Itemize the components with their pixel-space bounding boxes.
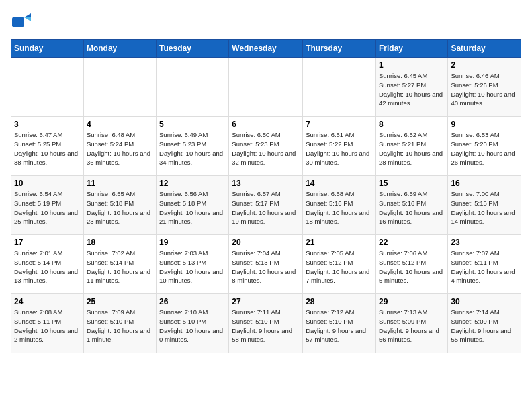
calendar-week-row: 24Sunrise: 7:08 AM Sunset: 5:11 PM Dayli… [11,294,521,353]
calendar-cell: 15Sunrise: 6:59 AM Sunset: 5:16 PM Dayli… [375,176,447,235]
day-info: Sunrise: 7:14 AM Sunset: 5:09 PM Dayligh… [451,308,518,345]
calendar-cell: 30Sunrise: 7:14 AM Sunset: 5:09 PM Dayli… [448,294,521,353]
day-number: 15 [379,179,445,188]
day-info: Sunrise: 7:02 AM Sunset: 5:14 PM Dayligh… [87,248,153,285]
calendar-cell [11,58,84,117]
svg-marker-2 [24,17,31,21]
calendar-cell: 18Sunrise: 7:02 AM Sunset: 5:14 PM Dayli… [83,235,156,294]
day-number: 6 [232,120,300,129]
day-number: 3 [14,120,81,129]
page: SundayMondayTuesdayWednesdayThursdayFrid… [0,0,532,364]
weekday-header-sunday: Sunday [11,40,84,58]
weekday-header-friday: Friday [375,40,447,58]
day-info: Sunrise: 7:09 AM Sunset: 5:10 PM Dayligh… [87,308,153,345]
calendar-cell: 20Sunrise: 7:04 AM Sunset: 5:13 PM Dayli… [229,235,303,294]
calendar-cell: 22Sunrise: 7:06 AM Sunset: 5:12 PM Dayli… [375,235,447,294]
day-number: 19 [159,238,226,247]
calendar-week-row: 17Sunrise: 7:01 AM Sunset: 5:14 PM Dayli… [11,235,521,294]
day-number: 16 [451,179,518,188]
day-number: 25 [87,297,153,306]
day-info: Sunrise: 6:59 AM Sunset: 5:16 PM Dayligh… [379,189,445,226]
svg-marker-1 [24,13,31,17]
day-number: 1 [379,60,445,70]
weekday-header-wednesday: Wednesday [229,40,303,58]
weekday-header-row: SundayMondayTuesdayWednesdayThursdayFrid… [11,40,521,58]
weekday-header-saturday: Saturday [448,40,521,58]
day-info: Sunrise: 6:46 AM Sunset: 5:26 PM Dayligh… [451,71,518,108]
day-info: Sunrise: 6:56 AM Sunset: 5:18 PM Dayligh… [159,189,226,226]
day-info: Sunrise: 6:57 AM Sunset: 5:17 PM Dayligh… [232,189,300,226]
day-info: Sunrise: 7:10 AM Sunset: 5:10 PM Dayligh… [159,308,226,345]
calendar-cell: 12Sunrise: 6:56 AM Sunset: 5:18 PM Dayli… [157,176,229,235]
day-number: 2 [451,60,518,70]
day-number: 26 [159,297,226,306]
day-info: Sunrise: 6:50 AM Sunset: 5:23 PM Dayligh… [232,130,300,167]
header [11,11,521,32]
calendar-week-row: 3Sunrise: 6:47 AM Sunset: 5:25 PM Daylig… [11,117,521,176]
calendar-cell: 24Sunrise: 7:08 AM Sunset: 5:11 PM Dayli… [11,294,84,353]
day-number: 9 [451,120,518,129]
calendar-cell: 5Sunrise: 6:49 AM Sunset: 5:23 PM Daylig… [157,117,229,176]
calendar-cell: 6Sunrise: 6:50 AM Sunset: 5:23 PM Daylig… [229,117,303,176]
day-info: Sunrise: 6:53 AM Sunset: 5:20 PM Dayligh… [451,130,518,167]
calendar-table: SundayMondayTuesdayWednesdayThursdayFrid… [11,39,521,353]
day-number: 22 [379,238,445,247]
day-info: Sunrise: 6:55 AM Sunset: 5:18 PM Dayligh… [87,189,153,226]
logo-icon [11,11,32,32]
calendar-cell: 21Sunrise: 7:05 AM Sunset: 5:12 PM Dayli… [303,235,376,294]
logo [11,11,35,32]
day-info: Sunrise: 6:52 AM Sunset: 5:21 PM Dayligh… [379,130,445,167]
calendar-cell: 26Sunrise: 7:10 AM Sunset: 5:10 PM Dayli… [157,294,229,353]
day-info: Sunrise: 7:07 AM Sunset: 5:11 PM Dayligh… [451,248,518,285]
day-info: Sunrise: 7:12 AM Sunset: 5:10 PM Dayligh… [306,308,373,345]
day-number: 18 [87,238,153,247]
day-number: 24 [14,297,81,306]
day-number: 5 [159,120,226,129]
calendar-cell: 13Sunrise: 6:57 AM Sunset: 5:17 PM Dayli… [229,176,303,235]
calendar-week-row: 10Sunrise: 6:54 AM Sunset: 5:19 PM Dayli… [11,176,521,235]
calendar-cell: 9Sunrise: 6:53 AM Sunset: 5:20 PM Daylig… [448,117,521,176]
calendar-week-row: 1Sunrise: 6:45 AM Sunset: 5:27 PM Daylig… [11,58,521,117]
day-number: 29 [379,297,445,306]
calendar-cell: 1Sunrise: 6:45 AM Sunset: 5:27 PM Daylig… [375,58,447,117]
calendar-cell [303,58,376,117]
day-number: 28 [306,297,373,306]
calendar-cell: 8Sunrise: 6:52 AM Sunset: 5:21 PM Daylig… [375,117,447,176]
day-info: Sunrise: 7:11 AM Sunset: 5:10 PM Dayligh… [232,308,300,345]
day-info: Sunrise: 6:49 AM Sunset: 5:23 PM Dayligh… [159,130,226,167]
calendar-cell: 27Sunrise: 7:11 AM Sunset: 5:10 PM Dayli… [229,294,303,353]
calendar-cell [229,58,303,117]
day-info: Sunrise: 7:01 AM Sunset: 5:14 PM Dayligh… [14,248,81,285]
day-info: Sunrise: 7:04 AM Sunset: 5:13 PM Dayligh… [232,248,300,285]
day-number: 11 [87,179,153,188]
day-info: Sunrise: 7:03 AM Sunset: 5:13 PM Dayligh… [159,248,226,285]
day-info: Sunrise: 6:48 AM Sunset: 5:24 PM Dayligh… [87,130,153,167]
calendar-cell: 28Sunrise: 7:12 AM Sunset: 5:10 PM Dayli… [303,294,376,353]
day-info: Sunrise: 7:13 AM Sunset: 5:09 PM Dayligh… [379,308,445,345]
day-number: 7 [306,120,373,129]
calendar-cell [83,58,156,117]
calendar-cell [157,58,229,117]
day-number: 20 [232,238,300,247]
calendar-cell: 23Sunrise: 7:07 AM Sunset: 5:11 PM Dayli… [448,235,521,294]
calendar-cell: 17Sunrise: 7:01 AM Sunset: 5:14 PM Dayli… [11,235,84,294]
calendar-cell: 7Sunrise: 6:51 AM Sunset: 5:22 PM Daylig… [303,117,376,176]
day-info: Sunrise: 7:06 AM Sunset: 5:12 PM Dayligh… [379,248,445,285]
calendar-cell: 29Sunrise: 7:13 AM Sunset: 5:09 PM Dayli… [375,294,447,353]
day-info: Sunrise: 6:45 AM Sunset: 5:27 PM Dayligh… [379,71,445,108]
calendar-cell: 4Sunrise: 6:48 AM Sunset: 5:24 PM Daylig… [83,117,156,176]
day-number: 30 [451,297,518,306]
day-info: Sunrise: 6:54 AM Sunset: 5:19 PM Dayligh… [14,189,81,226]
calendar-cell: 3Sunrise: 6:47 AM Sunset: 5:25 PM Daylig… [11,117,84,176]
day-number: 4 [87,120,153,129]
calendar-cell: 14Sunrise: 6:58 AM Sunset: 5:16 PM Dayli… [303,176,376,235]
calendar-cell: 10Sunrise: 6:54 AM Sunset: 5:19 PM Dayli… [11,176,84,235]
day-number: 13 [232,179,300,188]
calendar-cell: 16Sunrise: 7:00 AM Sunset: 5:15 PM Dayli… [448,176,521,235]
day-number: 23 [451,238,518,247]
day-number: 14 [306,179,373,188]
calendar-cell: 11Sunrise: 6:55 AM Sunset: 5:18 PM Dayli… [83,176,156,235]
day-number: 8 [379,120,445,129]
day-info: Sunrise: 6:47 AM Sunset: 5:25 PM Dayligh… [14,130,81,167]
day-info: Sunrise: 6:58 AM Sunset: 5:16 PM Dayligh… [306,189,373,226]
